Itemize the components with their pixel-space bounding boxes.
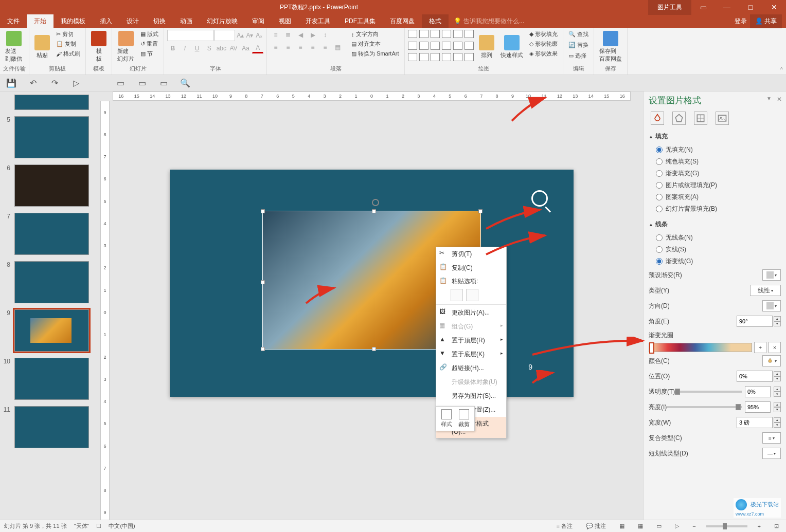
radio-pattern-fill[interactable]: 图案填充(A) [656, 191, 781, 203]
tab-animation[interactable]: 动画 [173, 14, 200, 28]
bold-button[interactable]: B [167, 43, 178, 53]
case-button[interactable]: Aa [240, 43, 252, 53]
shadow-button[interactable]: abc [216, 43, 227, 53]
gradient-stop-1[interactable] [649, 342, 654, 354]
align-right-button[interactable]: ≡ [295, 42, 306, 52]
angle-input[interactable] [737, 316, 773, 327]
copy-button[interactable]: 📋 复制 [54, 40, 82, 48]
resize-handle-nw[interactable] [261, 209, 265, 213]
ribbon-options-icon[interactable]: ▭ [691, 0, 715, 14]
indent-button[interactable]: ▶ [307, 30, 318, 40]
radio-slidebg-fill[interactable]: 幻灯片背景填充(B) [656, 203, 781, 215]
rotate-handle[interactable] [372, 199, 379, 206]
type-dropdown[interactable]: 线性▾ [750, 285, 781, 296]
radio-gradient-fill[interactable]: 渐变填充(G) [656, 168, 781, 179]
tab-pdftools[interactable]: PDF工具集 [337, 14, 383, 28]
radio-solid-fill[interactable]: 纯色填充(S) [656, 156, 781, 168]
remove-stop-button[interactable]: × [769, 342, 781, 353]
columns-button[interactable]: ▦ [332, 42, 343, 52]
width-input[interactable] [737, 417, 773, 428]
shrink-font-button[interactable]: A▾ [245, 30, 254, 41]
brightness-slider[interactable] [667, 406, 742, 408]
status-language[interactable]: 中文(中国) [109, 522, 135, 530]
slide-canvas[interactable]: 9 [170, 170, 574, 397]
comments-button[interactable]: 💬 批注 [583, 522, 609, 530]
spacing-button[interactable]: AV [228, 43, 239, 53]
outdent-button[interactable]: ◀ [295, 30, 306, 40]
slide-thumb-5[interactable] [14, 116, 89, 158]
slide-thumb-4[interactable] [14, 95, 89, 110]
position-up[interactable]: ▴ [774, 371, 781, 376]
format-painter-button[interactable]: 🖌 格式刷 [54, 49, 82, 58]
resize-handle-n[interactable] [372, 209, 376, 213]
tab-picture-icon[interactable] [716, 112, 729, 125]
direction-dropdown[interactable]: ▾ [762, 300, 781, 311]
tab-view[interactable]: 视图 [272, 14, 298, 28]
resize-handle-w[interactable] [261, 280, 265, 284]
preset-gradient-dropdown[interactable]: ▾ [762, 269, 781, 281]
distribute-button[interactable]: ≡ [319, 42, 331, 52]
text-direction-button[interactable]: ↕ 文字方向 [349, 30, 401, 39]
font-size-combo[interactable] [215, 30, 235, 41]
slide-canvas-area[interactable]: 9 [116, 108, 628, 519]
transparency-input[interactable] [745, 386, 771, 397]
share-button[interactable]: 👤 共享 [750, 14, 782, 28]
shapes-gallery[interactable] [408, 30, 475, 64]
radio-solid-line[interactable]: 实线(S) [656, 244, 781, 255]
slide-thumb-8[interactable] [14, 261, 89, 303]
view-slideshow-button[interactable]: ▷ [672, 523, 682, 529]
position-input[interactable] [737, 371, 773, 382]
tab-home[interactable]: 开始 [27, 14, 53, 28]
tab-transition[interactable]: 切换 [146, 14, 173, 28]
collapse-ribbon-icon[interactable]: ^ [780, 66, 783, 72]
arrange-button[interactable]: 排列 [477, 30, 496, 64]
redo-button[interactable]: ↷ [47, 77, 62, 89]
slide-thumb-6[interactable] [14, 164, 89, 207]
qat-btn-1[interactable]: ▭ [113, 77, 128, 89]
mini-crop-button[interactable]: 裁剪 [455, 408, 473, 429]
panel-popout-icon[interactable]: ▼ [766, 96, 772, 101]
tab-design[interactable]: 设计 [119, 14, 146, 28]
tab-developer[interactable]: 开发工具 [298, 14, 337, 28]
close-button[interactable]: ✕ [762, 0, 786, 14]
new-slide-button[interactable]: 新建 幻灯片 [115, 30, 136, 64]
shape-fill-button[interactable]: ◆ 形状填充 [527, 30, 560, 39]
numbering-button[interactable]: ≣ [282, 30, 294, 40]
ctx-cut[interactable]: ✂剪切(T) [436, 247, 506, 261]
ctx-copy[interactable]: 📋复制(C) [436, 261, 506, 275]
layout-button[interactable]: ▦ 版式 [138, 30, 160, 39]
tell-me-search[interactable]: 💡 告诉我您想要做什么... [449, 14, 735, 28]
paste-option-2[interactable] [466, 289, 478, 301]
gradient-stops-bar[interactable] [649, 343, 752, 352]
brightness-input[interactable] [745, 401, 771, 413]
template-button[interactable]: 模 板 [89, 30, 109, 64]
justify-button[interactable]: ≡ [307, 42, 318, 52]
align-left-button[interactable]: ≡ [270, 42, 281, 52]
tab-insert[interactable]: 插入 [93, 14, 119, 28]
tab-format[interactable]: 格式 [422, 14, 449, 28]
ctx-save-as-picture[interactable]: 另存为图片(S)... [436, 389, 506, 403]
ctx-hyperlink[interactable]: 🔗超链接(H)... [436, 361, 506, 375]
replace-button[interactable]: 🔄 替换 [566, 41, 591, 49]
bullets-button[interactable]: ≡ [270, 30, 281, 40]
slide-thumb-9[interactable] [14, 309, 89, 352]
qat-btn-2[interactable]: ▭ [135, 77, 149, 89]
select-button[interactable]: ▭ 选择 [566, 51, 591, 60]
dash-dropdown[interactable]: —▾ [762, 448, 781, 459]
panel-close-button[interactable]: ✕ [777, 96, 782, 103]
color-dropdown[interactable]: ▾ [762, 355, 781, 366]
minimize-button[interactable]: — [715, 0, 739, 14]
position-down[interactable]: ▾ [774, 376, 781, 381]
slide-thumbnail-panel[interactable]: 5 6 7 8 9 10 11 [0, 91, 100, 524]
radio-picture-fill[interactable]: 图片或纹理填充(P) [656, 179, 781, 191]
line-header[interactable]: ▲线条 [649, 220, 781, 229]
paste-option-1[interactable] [451, 289, 463, 301]
tab-baidu[interactable]: 百度网盘 [383, 14, 422, 28]
find-button[interactable]: 🔍 查找 [566, 30, 591, 39]
maximize-button[interactable]: □ [739, 0, 762, 14]
ctx-send-back[interactable]: ▼置于底层(K)▸ [436, 347, 506, 361]
tab-mytemplate[interactable]: 我的模板 [53, 14, 93, 28]
radio-no-line[interactable]: 无线条(N) [656, 232, 781, 244]
shape-outline-button[interactable]: ◇ 形状轮廓 [527, 40, 560, 48]
send-to-wechat-button[interactable]: 发送 到微信 [3, 30, 24, 64]
